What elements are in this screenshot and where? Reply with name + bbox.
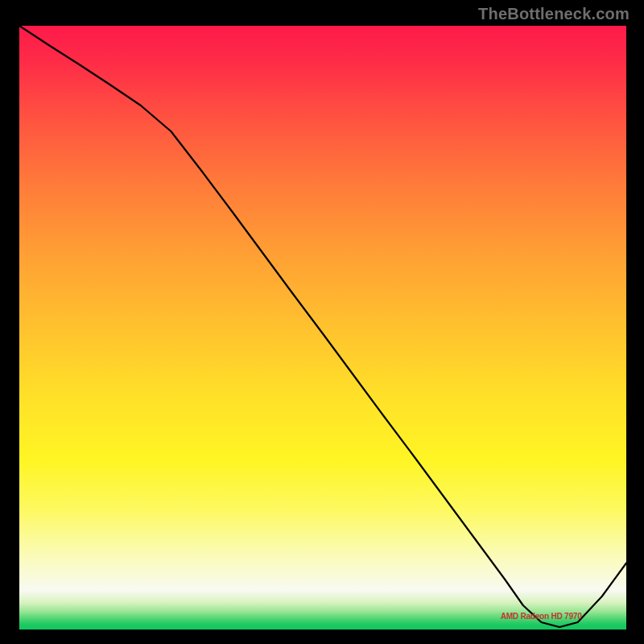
legend-label: AMD Radeon HD 7970 — [501, 611, 582, 620]
data-curve — [19, 26, 626, 630]
plot-area: AMD Radeon HD 7970 — [18, 24, 628, 631]
chart-container: TheBottleneck.com AMD Radeon HD 7970 — [0, 0, 644, 644]
watermark-text: TheBottleneck.com — [478, 5, 630, 23]
